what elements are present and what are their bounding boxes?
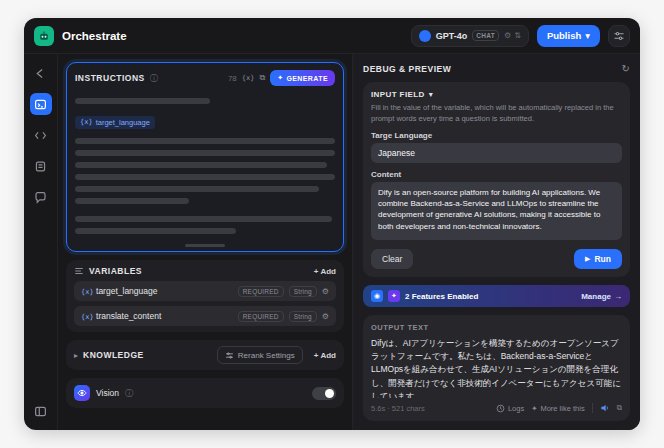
add-knowledge-button[interactable]: + Add [314, 351, 336, 360]
type-badge[interactable]: String [289, 311, 317, 322]
prompt-content[interactable]: {x}target_language {x}translate_content [75, 86, 335, 242]
debug-preview-panel: DEBUG & PREVIEW ↻ INPUT FIELD ▾ Fill in … [352, 54, 640, 430]
prompt-text-line [75, 216, 332, 222]
logs-button[interactable]: Logs [496, 404, 524, 413]
output-text: Difyは、AIアプリケーションを構築するためのオープンソースプラットフォームで… [371, 337, 622, 398]
char-count: 78 [228, 74, 237, 83]
annotation-icon [34, 191, 47, 204]
insert-variable-icon[interactable]: {x} [242, 74, 255, 82]
logs-icon [34, 160, 47, 173]
sidebar-item-annotations[interactable] [30, 186, 52, 208]
sidebar-item-api[interactable] [30, 124, 52, 146]
arrow-right-icon: → [614, 292, 622, 301]
info-icon: ⓘ [150, 73, 158, 84]
toggle-knob [325, 389, 334, 398]
more-like-this-button[interactable]: ✦ More like this [531, 404, 584, 413]
prompt-text-line [75, 150, 335, 156]
debug-header: DEBUG & PREVIEW ↻ [363, 63, 630, 74]
refresh-icon[interactable]: ↻ [622, 63, 630, 74]
caret-right-icon: ▸ [74, 351, 78, 360]
knowledge-header[interactable]: ▸ KNOWLEDGE Rerank Settings + Add [74, 346, 336, 364]
copy-icon[interactable]: ⧉ [259, 73, 265, 83]
gear-icon[interactable]: ⚙ [504, 31, 511, 40]
run-label: Run [594, 254, 611, 264]
model-mode-badge: CHAT [472, 30, 499, 41]
features-bar[interactable]: ◉ ✦ 2 Features Enabled Manage → [363, 285, 630, 307]
resize-handle[interactable] [185, 244, 225, 247]
orchestrate-icon [34, 98, 47, 111]
run-button[interactable]: ▶ Run [574, 249, 622, 269]
prompt-text-line [75, 228, 236, 234]
model-name: GPT-4o [436, 31, 468, 41]
model-provider-icon [419, 30, 431, 42]
app-icon [34, 26, 54, 46]
model-selector[interactable]: GPT-4o CHAT ⚙ ⇅ [411, 25, 529, 47]
speaker-icon[interactable] [600, 403, 610, 413]
chevron-down-icon: ▾ [429, 90, 433, 99]
prompt-text-line [75, 98, 210, 104]
prompt-text-line [75, 186, 319, 192]
vision-label: Vision [96, 388, 119, 398]
sidebar-item-logs[interactable] [30, 155, 52, 177]
variables-icon [74, 266, 84, 276]
target-language-label: Targe Language [371, 131, 622, 140]
required-badge: REQUIRED [238, 311, 284, 322]
variables-title: VARIABLES [89, 266, 142, 276]
features-enabled-label: 2 Features Enabled [405, 292, 478, 301]
input-field-title: INPUT FIELD [371, 90, 425, 99]
run-button-row: Clear ▶ Run [371, 249, 622, 269]
input-field-card: INPUT FIELD ▾ Fill in the value of the v… [363, 82, 630, 277]
swap-icon[interactable]: ⇅ [514, 31, 521, 40]
variable-row-target-language[interactable]: {x} target_language REQUIRED String ⚙ [74, 281, 336, 301]
generate-button[interactable]: ✦ GENERATE [270, 70, 335, 86]
manage-features-button[interactable]: Manage → [581, 292, 622, 301]
variable-name: translate_content [96, 311, 161, 321]
app-body: INSTRUCTIONS ⓘ 78 {x} ⧉ ✦ GENERATE {x}ta… [24, 54, 640, 430]
speech-feature-icon: ◉ [371, 290, 383, 302]
code-icon [34, 129, 47, 142]
instructions-title: INSTRUCTIONS [75, 73, 145, 83]
variable-icon: {x} [81, 288, 94, 296]
collapse-panel-icon[interactable] [30, 400, 52, 422]
debug-title: DEBUG & PREVIEW [363, 64, 451, 74]
add-label: Add [320, 351, 336, 360]
robot-icon [38, 30, 50, 42]
vision-toggle[interactable] [312, 387, 336, 400]
sidebar [24, 54, 58, 430]
output-meta: 5.6s · 521 chars [371, 404, 425, 413]
copy-output-icon[interactable]: ⧉ [617, 403, 622, 413]
variables-section: VARIABLES + Add {x} target_language REQU… [66, 260, 344, 332]
add-variable-button[interactable]: + Add [314, 267, 336, 276]
input-field-description: Fill in the value of the variable, which… [371, 103, 622, 124]
input-field-header[interactable]: INPUT FIELD ▾ [371, 90, 622, 99]
output-footer: 5.6s · 521 chars Logs ✦ More like this [371, 403, 622, 413]
clear-button[interactable]: Clear [371, 249, 413, 269]
output-card: OUTPUT TEXT Difyは、AIアプリケーションを構築するためのオープン… [363, 315, 630, 421]
variable-name: target_language [96, 286, 157, 296]
content-textarea[interactable]: Dify is an open-source platform for buil… [371, 182, 622, 240]
sparkle-icon: ✦ [531, 404, 537, 413]
type-badge[interactable]: String [289, 286, 317, 297]
page-title: Orchestrate [62, 30, 127, 42]
variable-tag-target-language[interactable]: {x}target_language [75, 116, 155, 129]
required-badge: REQUIRED [238, 286, 284, 297]
variables-header[interactable]: VARIABLES + Add [74, 266, 336, 276]
variable-row-translate-content[interactable]: {x} translate_content REQUIRED String ⚙ [74, 306, 336, 326]
publish-button[interactable]: Publish ▾ [537, 25, 600, 47]
prompt-text-line [75, 138, 335, 144]
variable-tag-label: target_language [96, 118, 150, 127]
instructions-editor[interactable]: INSTRUCTIONS ⓘ 78 {x} ⧉ ✦ GENERATE {x}ta… [66, 62, 344, 252]
orchestrate-panel: INSTRUCTIONS ⓘ 78 {x} ⧉ ✦ GENERATE {x}ta… [58, 54, 352, 430]
output-title: OUTPUT TEXT [371, 323, 622, 332]
back-icon[interactable] [30, 62, 52, 84]
content-label: Content [371, 170, 622, 179]
info-icon: ⓘ [125, 388, 133, 399]
variable-settings-icon[interactable]: ⚙ [322, 312, 329, 321]
settings-button[interactable] [608, 25, 630, 47]
rerank-settings-button[interactable]: Rerank Settings [217, 346, 303, 364]
logs-icon [496, 404, 505, 413]
app-header: Orchestrate GPT-4o CHAT ⚙ ⇅ Publish ▾ [24, 18, 640, 54]
sidebar-item-orchestrate[interactable] [30, 93, 52, 115]
target-language-input[interactable]: Japanese [371, 143, 622, 163]
variable-settings-icon[interactable]: ⚙ [322, 287, 329, 296]
